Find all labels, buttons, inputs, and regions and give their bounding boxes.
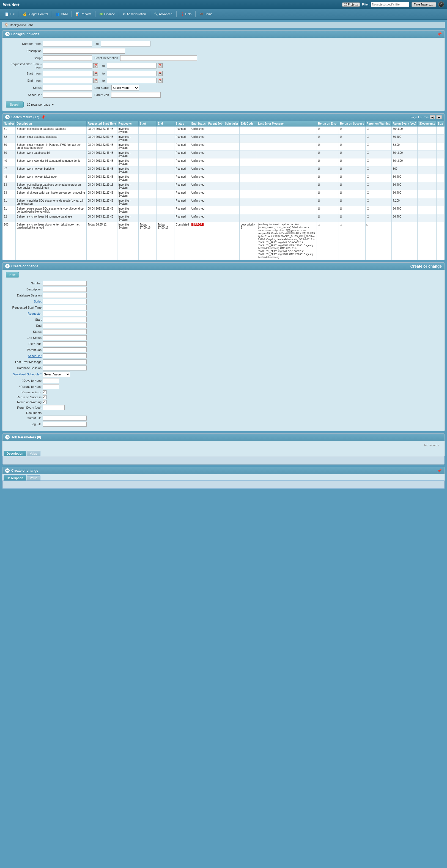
col-rerun-warning[interactable]: Rerun on Warning	[365, 121, 391, 126]
search-button[interactable]: Search	[6, 101, 24, 107]
tab-value[interactable]: Value	[27, 451, 40, 456]
nav-item-help[interactable]: ❓ Help	[178, 10, 195, 19]
create-form-pin-icon[interactable]: Create or change	[410, 264, 442, 269]
cf-start-input[interactable]	[42, 317, 87, 322]
nav-item-advanced[interactable]: 🔧 Advanced	[151, 10, 175, 19]
start-to-input[interactable]	[107, 71, 156, 76]
col-requested-start[interactable]: Requested Start Time	[86, 121, 117, 126]
number-from-input[interactable]	[42, 41, 92, 46]
create-form2-pin-icon[interactable]: 📌	[437, 468, 442, 473]
cf-log-file-input[interactable]	[42, 422, 87, 427]
end-to-input[interactable]	[107, 78, 156, 83]
table-row[interactable]: 40Beheer: werk kalender bij standaard ko…	[3, 158, 445, 166]
col-start[interactable]: Start	[139, 121, 156, 126]
table-row[interactable]: 51Beheer: optimaliseer database database…	[3, 126, 445, 134]
cf-workload-label[interactable]: Workload Schedule *	[6, 373, 41, 376]
col-rerun-error[interactable]: Rerun on Error	[317, 121, 339, 126]
prev-page-button[interactable]: ◀	[430, 115, 435, 119]
cf-db-session2-input[interactable]	[42, 366, 87, 370]
cf-end-status-input[interactable]	[42, 335, 87, 340]
parent-job-input[interactable]	[111, 92, 161, 98]
nav-item-demo[interactable]: 🎮 Demo	[197, 10, 215, 19]
table-row[interactable]: 60Beheer: werk databases bij08-04-2013 2…	[3, 150, 445, 158]
table-row[interactable]: 100Beheer: synchroniseer documenten teks…	[3, 222, 445, 260]
table-row[interactable]: 48Beheer: werk netwerk tekst index08-04-…	[3, 174, 445, 182]
tab2-description[interactable]: Description	[4, 475, 26, 480]
col-last-error[interactable]: Last Error Message	[257, 121, 317, 126]
col-documents[interactable]: #Documents	[417, 121, 436, 126]
nav-item-finance[interactable]: 💵 Finance	[96, 10, 118, 19]
rerun-warning-checkbox[interactable]: ✓	[42, 400, 47, 404]
results-pin-icon[interactable]: 📌	[41, 115, 46, 119]
nav-item-administration[interactable]: ⚙ Administration	[120, 10, 149, 19]
cf-scheduler-input[interactable]	[42, 353, 87, 359]
cf-days-input[interactable]	[42, 378, 59, 383]
cf-workload-select[interactable]: Select Value	[42, 372, 70, 377]
col-parent-job[interactable]: Parent Job	[207, 121, 224, 126]
table-row[interactable]: 50Beheer: stuur metingen in Pandora FMS …	[3, 143, 445, 150]
col-requester[interactable]: Requester	[117, 121, 138, 126]
nav-item-reports[interactable]: 📊 Reports	[73, 10, 94, 19]
table-row[interactable]: 47Beheer: werk netwerk berichten08-04-20…	[3, 166, 445, 174]
cf-script-label[interactable]: Script	[6, 300, 41, 303]
col-rerun-every[interactable]: Rerun Every (sec)	[391, 121, 417, 126]
cf-reruns-input[interactable]	[42, 384, 59, 389]
tab-description[interactable]: Description	[4, 451, 26, 456]
start-from-cal[interactable]: 📅	[93, 71, 98, 76]
nav-item-file[interactable]: 📄 File	[2, 10, 18, 19]
col-size[interactable]: Size	[436, 121, 444, 126]
pin-icon[interactable]: 📌	[437, 32, 442, 36]
cf-scheduler-label[interactable]: Scheduler	[6, 354, 41, 358]
requested-start-to-cal[interactable]: 📅	[158, 63, 162, 68]
cf-number-input[interactable]	[42, 281, 87, 286]
col-end-status[interactable]: End Status	[190, 121, 207, 126]
description-input[interactable]	[42, 48, 125, 54]
cf-output-file-input[interactable]	[42, 415, 87, 421]
cf-req-start-input[interactable]	[42, 305, 87, 310]
col-exit-code[interactable]: Exit Code	[240, 121, 257, 126]
table-row[interactable]: 51Beheer: parse zwaar SQL statements voo…	[3, 206, 445, 214]
refresh-button[interactable]: ↺	[438, 1, 444, 7]
scheduler-input[interactable]	[42, 92, 92, 98]
col-status[interactable]: Status	[174, 121, 190, 126]
requested-start-from-cal[interactable]: 📅	[93, 63, 98, 68]
table-row[interactable]: 62Beheer: synchroniseer bij komende data…	[3, 214, 445, 222]
filter-bar[interactable]: Filter:	[362, 2, 409, 7]
col-number[interactable]: Number	[3, 121, 16, 126]
rerun-success-checkbox[interactable]: ✓	[42, 395, 47, 399]
number-to-input[interactable]	[101, 41, 150, 46]
cf-last-error-input[interactable]	[42, 360, 87, 364]
start-to-cal[interactable]: 📅	[158, 71, 162, 76]
nav-item-budget[interactable]: 💰 Budget Control	[20, 10, 51, 19]
cf-parent-job-input[interactable]	[42, 347, 87, 352]
cf-rerun-every-input[interactable]	[42, 405, 65, 410]
cf-end-input[interactable]	[42, 323, 87, 328]
requested-start-to-input[interactable]	[107, 63, 156, 68]
col-scheduler[interactable]: Scheduler	[224, 121, 239, 126]
col-rerun-success[interactable]: Rerun on Success	[339, 121, 365, 126]
cf-exit-code-input[interactable]	[42, 341, 87, 346]
cf-db-session-input[interactable]	[42, 293, 87, 298]
time-travel-button[interactable]: Time Travel to...	[412, 2, 436, 7]
nav-item-crm[interactable]: 👥 CRM	[53, 10, 70, 19]
script-input[interactable]	[42, 55, 92, 61]
cf-description-input[interactable]	[42, 287, 87, 292]
start-from-input[interactable]	[42, 71, 92, 76]
new-button[interactable]: New	[6, 272, 19, 278]
next-page-button[interactable]: ▶	[436, 115, 442, 119]
status-input[interactable]	[42, 85, 92, 91]
table-row[interactable]: 52Beheer: stuur database database08-04-2…	[3, 134, 445, 143]
tab2-value[interactable]: Value	[27, 475, 40, 480]
cf-requester-label[interactable]: Requester	[6, 312, 41, 315]
end-to-cal[interactable]: 📅	[158, 78, 162, 83]
cf-script-input[interactable]	[42, 299, 87, 304]
end-from-input[interactable]	[42, 78, 92, 83]
filter-input[interactable]	[371, 2, 409, 7]
requested-start-from-input[interactable]	[42, 63, 92, 68]
script-description-input[interactable]	[120, 55, 197, 61]
table-row[interactable]: 53Beheer: optimaliseer database schemabe…	[3, 182, 445, 190]
cf-requester-input[interactable]	[42, 311, 87, 316]
end-status-select[interactable]: Select Value	[111, 85, 139, 91]
col-description[interactable]: Description	[16, 121, 86, 126]
table-row[interactable]: 63Beheer: druk een script van kopieren v…	[3, 190, 445, 198]
